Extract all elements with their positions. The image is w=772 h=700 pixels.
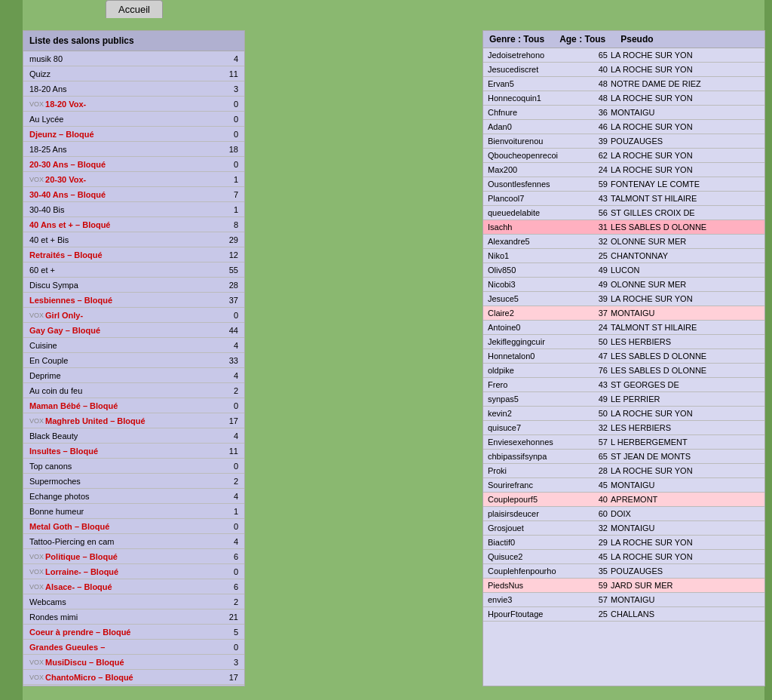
table-row[interactable]: queuedelabite56ST GILLES CROIX DE (483, 206, 764, 220)
table-row[interactable]: Max20024LA ROCHE SUR YON (483, 163, 764, 177)
user-list[interactable]: Jedoisetrehono65LA ROCHE SUR YONJesucedi… (483, 48, 764, 682)
table-row[interactable]: Bienvoiturenou39POUZAUGES (483, 134, 764, 149)
list-item[interactable]: Webcams2 (23, 594, 244, 609)
table-row[interactable]: quisuce732LES HERBIERS (483, 421, 764, 435)
table-row[interactable]: Plancool743TALMONT ST HILAIRE (483, 192, 764, 206)
list-item[interactable]: Cuisine4 (23, 338, 244, 353)
salon-name: 40 Ans et + – Bloqué (29, 220, 223, 229)
salon-name: Girl Only- (45, 311, 223, 320)
table-row[interactable]: Isachh31LES SABLES D OLONNE (483, 220, 764, 235)
table-row[interactable]: Enviesexehonnes57L HERBERGEMENT (483, 435, 764, 450)
list-item[interactable]: musik 804 (23, 51, 244, 66)
table-row[interactable]: Nicobi349OLONNE SUR MER (483, 278, 764, 292)
user-city: MONTAIGU (611, 595, 654, 604)
list-item[interactable]: Djeunz – Bloqué0 (23, 127, 244, 142)
table-row[interactable]: Couplehfenpourho35POUZAUGES (483, 564, 764, 579)
tab-bar: Accueil (106, 0, 163, 18)
list-item[interactable]: En Couple33 (23, 353, 244, 368)
list-item[interactable]: Top canons0 (23, 459, 244, 474)
table-row[interactable]: Honnetalon047LES SABLES D OLONNE (483, 349, 764, 364)
table-row[interactable]: Antoine024TALMONT ST HILAIRE (483, 321, 764, 335)
user-city: LA ROCHE SUR YON (611, 65, 693, 74)
list-item[interactable]: Bonne humeur1 (23, 504, 244, 519)
list-item[interactable]: Rondes mimi21 (23, 609, 244, 625)
list-item[interactable]: Lesbiennes – Bloqué37 (23, 293, 244, 308)
user-city: LUCON (611, 266, 640, 275)
table-row[interactable]: Alexandre532OLONNE SUR MER (483, 235, 764, 249)
table-row[interactable]: HpourFtoutage25CHALLANS (483, 607, 764, 622)
table-row[interactable]: chbipassifsynpa65ST JEAN DE MONTS (483, 450, 764, 464)
salon-count: 0 (223, 160, 238, 169)
list-item[interactable]: 18-20 Ans3 (23, 81, 244, 97)
list-item[interactable]: 18-25 Ans18 (23, 142, 244, 157)
table-row[interactable]: Jesuce539LA ROCHE SUR YON (483, 292, 764, 306)
table-row[interactable]: Claire237MONTAIGU (483, 306, 764, 321)
table-row[interactable]: Grosjouet32MONTAIGU (483, 521, 764, 536)
table-row[interactable]: Ervan548NOTRE DAME DE RIEZ (483, 77, 764, 91)
list-item[interactable]: Au Lycée0 (23, 112, 244, 127)
list-item[interactable]: Supermoches2 (23, 474, 244, 489)
table-row[interactable]: Jekifleggingcuir50LES HERBIERS (483, 335, 764, 349)
table-row[interactable]: Niko125CHANTONNAY (483, 249, 764, 263)
list-item[interactable]: VOX MusiDiscu – Bloqué3 (23, 655, 244, 670)
age-filter[interactable]: Age : Tous (559, 34, 605, 45)
list-item[interactable]: Deprime4 (23, 368, 244, 383)
list-item[interactable]: VOX 20-30 Vox-1 (23, 172, 244, 187)
list-item[interactable]: Insultes – Bloqué11 (23, 444, 244, 459)
table-row[interactable]: Jesucediscret40LA ROCHE SUR YON (483, 63, 764, 77)
list-item[interactable]: Black Beauty4 (23, 428, 244, 444)
table-row[interactable]: PiedsNus59JARD SUR MER (483, 579, 764, 593)
user-name: Adan0 (488, 122, 586, 131)
list-item[interactable]: Maman Bébé – Bloqué0 (23, 398, 244, 413)
list-item[interactable]: VOX Maghreb United – Bloqué17 (23, 413, 244, 428)
table-row[interactable]: Ousontlesfennes59FONTENAY LE COMTE (483, 177, 764, 192)
list-item[interactable]: Discu Sympa28 (23, 278, 244, 293)
list-item[interactable]: 60 et +55 (23, 262, 244, 278)
list-item[interactable]: 30-40 Ans – Bloqué7 (23, 187, 244, 202)
table-row[interactable]: kevin250LA ROCHE SUR YON (483, 407, 764, 421)
table-row[interactable]: Qboucheopenrecoi62LA ROCHE SUR YON (483, 149, 764, 163)
tab-accueil[interactable]: Accueil (106, 0, 163, 18)
vox-prefix: VOX (29, 100, 44, 108)
table-row[interactable]: plaisirsdeucer60DOIX (483, 507, 764, 521)
list-item[interactable]: Grandes Gueules –0 (23, 640, 244, 655)
salon-list[interactable]: musik 804Quizz1118-20 Ans3VOX 18-20 Vox-… (23, 51, 244, 685)
salon-name: MusiDiscu – Bloqué (45, 658, 223, 667)
list-item[interactable]: VOX 18-20 Vox-0 (23, 97, 244, 112)
genre-filter[interactable]: Genre : Tous (489, 34, 544, 45)
table-row[interactable]: Adan046LA ROCHE SUR YON (483, 120, 764, 134)
salon-name: Discu Sympa (29, 281, 223, 290)
list-item[interactable]: VOX Girl Only-0 (23, 308, 244, 323)
table-row[interactable]: Biactif029LA ROCHE SUR YON (483, 536, 764, 550)
salon-name: Lesbiennes – Bloqué (29, 296, 223, 305)
list-item[interactable]: 40 et + Bis29 (23, 232, 244, 247)
table-row[interactable]: Oliv85049LUCON (483, 263, 764, 278)
list-item[interactable]: Au coin du feu2 (23, 383, 244, 398)
list-item[interactable]: Tattoo-Piercing en cam4 (23, 534, 244, 549)
list-item[interactable]: VOX Lorraine- – Bloqué0 (23, 564, 244, 579)
list-item[interactable]: Quizz11 (23, 66, 244, 81)
table-row[interactable]: Sourirefranc45MONTAIGU (483, 478, 764, 493)
list-item[interactable]: 30-40 Bis1 (23, 202, 244, 217)
list-item[interactable]: Echange photos4 (23, 489, 244, 504)
table-row[interactable]: Jedoisetrehono65LA ROCHE SUR YON (483, 48, 764, 63)
list-item[interactable]: Retraités – Bloqué12 (23, 247, 244, 262)
list-item[interactable]: 20-30 Ans – Bloqué0 (23, 157, 244, 172)
list-item[interactable]: VOX ChantoMicro – Bloqué17 (23, 670, 244, 685)
list-item[interactable]: 40 Ans et + – Bloqué8 (23, 217, 244, 232)
list-item[interactable]: VOX Politique – Bloqué6 (23, 549, 244, 564)
list-item[interactable]: Metal Goth – Bloqué0 (23, 519, 244, 534)
table-row[interactable]: Honnecoquin148LA ROCHE SUR YON (483, 91, 764, 106)
list-item[interactable]: Coeur à prendre – Bloqué5 (23, 625, 244, 640)
table-row[interactable]: Quisuce245LA ROCHE SUR YON (483, 550, 764, 564)
table-row[interactable]: Couplepourf540APREMONT (483, 493, 764, 507)
list-item[interactable]: Gay Gay – Bloqué44 (23, 323, 244, 338)
table-row[interactable]: Frero43ST GEORGES DE (483, 378, 764, 392)
table-row[interactable]: oldpike76LES SABLES D OLONNE (483, 364, 764, 378)
table-row[interactable]: Chfnure36MONTAIGU (483, 106, 764, 120)
user-age: 37 (589, 309, 608, 318)
table-row[interactable]: envie357MONTAIGU (483, 593, 764, 607)
table-row[interactable]: Proki28LA ROCHE SUR YON (483, 464, 764, 478)
table-row[interactable]: synpas549LE PERRIER (483, 392, 764, 407)
list-item[interactable]: VOX Alsace- – Bloqué6 (23, 579, 244, 594)
